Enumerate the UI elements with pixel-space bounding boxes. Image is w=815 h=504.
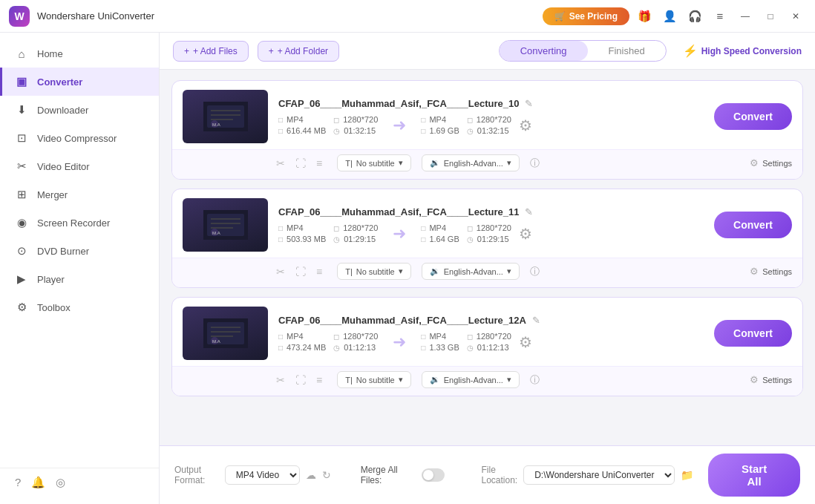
sidebar-item-video-compressor[interactable]: ⊡ Video Compressor [0,124,159,152]
gift-button[interactable]: 🎁 [634,6,655,27]
dst-resolution-3: ◻ 1280*720 [467,332,511,341]
tab-finished[interactable]: Finished [588,41,666,61]
settings-gear-1[interactable]: ⚙ [519,117,532,134]
cloud-download-icon[interactable]: ↻ [322,469,331,481]
arrow-2: ➜ [385,224,413,243]
convert-button-3[interactable]: Convert [714,320,792,347]
file-name-row-2: CFAP_06____Muhammad_Asif,_FCA____Lecture… [278,206,698,217]
toolbox-icon: ⚙ [15,301,28,314]
sidebar-label-editor: Video Editor [37,161,90,172]
sidebar-item-dvd-burner[interactable]: ⊙ DVD Burner [0,237,159,265]
crop-icon-3[interactable]: ⛶ [295,374,306,386]
start-all-button[interactable]: Start All [708,454,800,497]
cut-icon-2[interactable]: ✂ [276,266,285,278]
info-icon-3[interactable]: ⓘ [530,373,540,387]
audio-chevron-2: ▾ [507,266,511,276]
subtitle-dropdown-2[interactable]: T| No subtitle ▾ [337,263,411,280]
feedback-icon[interactable]: ◎ [56,476,65,489]
dst-spec-3: □ MP4 □ 1.33 GB [421,332,459,352]
file-card-2-top: M.A CFAP_06____Muhammad_Asif,_FCA____Lec… [172,189,802,258]
effect-icon-2[interactable]: ≡ [316,266,322,278]
info-icon-2[interactable]: ⓘ [530,265,540,278]
crop-icon-2[interactable]: ⛶ [295,266,306,278]
cut-icon-3[interactable]: ✂ [276,374,285,386]
add-files-icon: + [184,46,189,56]
sidebar-item-video-editor[interactable]: ✂ Video Editor [0,152,159,180]
account-button[interactable]: 👤 [659,6,680,27]
minimize-button[interactable]: — [735,6,756,27]
sidebar-item-player[interactable]: ▶ Player [0,265,159,293]
settings-gear-2[interactable]: ⚙ [519,225,532,243]
tab-converting[interactable]: Converting [500,41,588,61]
output-format-select[interactable]: MP4 Video [225,465,300,485]
folder-icon[interactable]: 📁 [681,469,693,481]
maximize-icon: □ [767,11,773,22]
crop-icon-1[interactable]: ⛶ [295,157,306,169]
support-button[interactable]: 🎧 [684,6,705,27]
maximize-button[interactable]: □ [760,6,781,27]
help-icon[interactable]: ? [15,476,21,489]
info-icon-1[interactable]: ⓘ [530,157,540,170]
lightning-icon: ⚡ [683,44,698,58]
audio-icon-1: 🔉 [430,158,440,168]
edit-icon-1[interactable]: ✎ [525,98,533,109]
notification-icon[interactable]: 🔔 [31,476,45,489]
audio-dropdown-3[interactable]: 🔉 English-Advan... ▾ [422,371,520,388]
file-thumb-2: M.A [183,198,268,252]
format-icon: □ [278,116,283,124]
cloud-upload-icon[interactable]: ☁ [306,469,316,481]
convert-arrow-icon-2: ➜ [393,224,406,243]
dst-resolution-1: ◻ 1280*720 [467,115,511,124]
sidebar-item-downloader[interactable]: ⬇ Downloader [0,96,159,124]
audio-dropdown-2[interactable]: 🔉 English-Advan... ▾ [422,263,520,280]
settings-icon-3: ⚙ [750,374,759,385]
edit-icon-3[interactable]: ✎ [532,315,540,326]
high-speed-button[interactable]: ⚡ High Speed Conversion [683,44,802,58]
file-list: M.A CFAP_06____Muhammad_Asif,_FCA____Lec… [160,70,815,445]
file-name-row-1: CFAP_06____Muhammad_Asif,_FCA____Lecture… [278,98,698,109]
dst-res-icon: ◻ [467,116,473,124]
src-duration-2: ◷ 01:29:15 [333,235,378,243]
add-folder-button[interactable]: + + Add Folder [258,41,339,62]
convert-button-1[interactable]: Convert [714,103,792,130]
sidebar-item-converter[interactable]: ▣ Converter [0,68,159,96]
compressor-icon: ⊡ [15,131,28,145]
subtitle-chevron-3: ▾ [399,375,403,384]
logo-text: W [14,10,24,22]
file-card-1-top: M.A CFAP_06____Muhammad_Asif,_FCA____Lec… [172,81,802,149]
settings-btn-2[interactable]: ⚙ Settings [750,266,792,277]
sidebar-item-toolbox[interactable]: ⚙ Toolbox [0,293,159,321]
menu-button[interactable]: ≡ [710,6,730,27]
settings-btn-3[interactable]: ⚙ Settings [750,374,792,385]
sidebar-item-screen-recorder[interactable]: ◉ Screen Recorder [0,209,159,237]
close-button[interactable]: ✕ [785,6,806,27]
subtitle-dropdown-3[interactable]: T| No subtitle ▾ [337,371,411,388]
subtitle-icon-2: T| [345,267,353,276]
content-area: + + Add Files + + Add Folder Converting … [160,33,815,504]
subtitle-dropdown-1[interactable]: T| No subtitle ▾ [337,154,411,171]
audio-dropdown-1[interactable]: 🔉 English-Advan... ▾ [422,154,520,171]
svg-text:M.A: M.A [212,339,220,344]
subtitle-icon-3: T| [345,376,353,384]
cut-icon-1[interactable]: ✂ [276,157,285,169]
sidebar-item-merger[interactable]: ⊞ Merger [0,180,159,209]
status-tab-group: Converting Finished [499,40,667,62]
pricing-button[interactable]: 🛒 See Pricing [543,7,629,25]
add-files-button[interactable]: + + Add Files [173,41,249,62]
recorder-icon: ◉ [15,216,28,229]
converter-icon: ▣ [15,75,28,88]
file-card-2: M.A CFAP_06____Muhammad_Asif,_FCA____Lec… [171,189,803,288]
sidebar-label-player: Player [37,274,65,285]
merge-toggle[interactable] [422,468,445,482]
effect-icon-1[interactable]: ≡ [316,157,322,169]
audio-chevron-1: ▾ [507,158,511,168]
settings-gear-3[interactable]: ⚙ [519,333,532,351]
file-location-select[interactable]: D:\Wondershare UniConverter [523,465,675,485]
file-location-field: File Location: D:\Wondershare UniConvert… [482,465,694,485]
edit-icon-2[interactable]: ✎ [525,206,533,217]
settings-btn-1[interactable]: ⚙ Settings [750,157,792,168]
sidebar-item-home[interactable]: ⌂ Home [0,40,159,68]
convert-button-2[interactable]: Convert [714,212,792,238]
effect-icon-3[interactable]: ≡ [316,374,322,386]
main-layout: ⌂ Home ▣ Converter ⬇ Downloader ⊡ Video … [0,33,815,504]
